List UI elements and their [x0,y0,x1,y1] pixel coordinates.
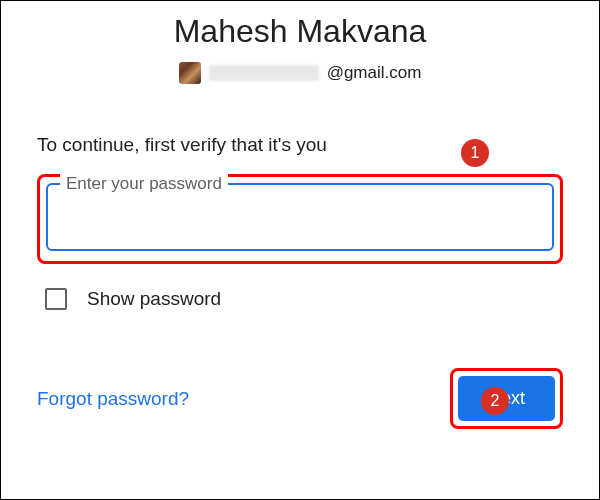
password-field[interactable]: Enter your password [46,183,554,251]
show-password-row: Show password [45,288,563,310]
account-chip[interactable]: @gmail.com [175,60,426,86]
forgot-password-link[interactable]: Forgot password? [37,388,189,410]
show-password-checkbox[interactable] [45,288,67,310]
password-label: Enter your password [60,174,228,194]
avatar [179,62,201,84]
account-header: Mahesh Makvana @gmail.com [37,13,563,88]
display-name: Mahesh Makvana [37,13,563,50]
password-field-annotation: Enter your password [37,174,563,264]
password-input[interactable] [48,185,552,249]
show-password-label: Show password [87,288,221,310]
callout-badge-2: 2 [481,387,509,415]
callout-badge-1: 1 [461,139,489,167]
email-local-blurred [209,65,319,81]
email-domain: @gmail.com [327,63,422,83]
